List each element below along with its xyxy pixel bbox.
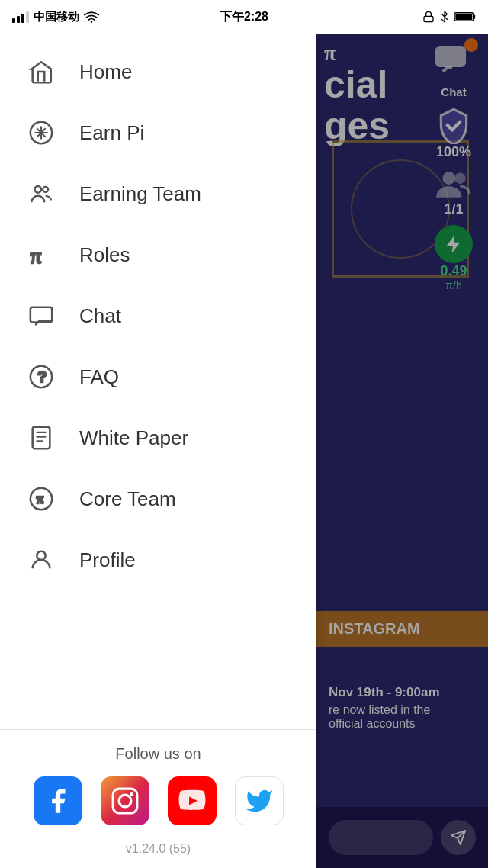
svg-rect-5 [424,16,433,21]
menu-label-earn-pi: Earn Pi [79,121,144,145]
menu-label-roles: Roles [79,243,130,267]
svg-point-11 [43,187,48,192]
twitter-icon [245,786,274,815]
svg-point-21 [119,795,131,807]
menu-item-home[interactable]: Home [0,41,316,102]
menu-item-white-paper[interactable]: White Paper [0,407,316,468]
status-left: 中国移动 [12,10,99,24]
svg-point-19 [37,551,45,560]
wifi-icon [84,11,99,23]
svg-point-22 [130,792,133,796]
svg-text:π: π [37,491,44,506]
bluetooth-icon [439,11,450,23]
svg-rect-1 [17,16,20,23]
carrier-label: 中国移动 [34,10,79,24]
menu-item-roles[interactable]: π Roles [0,224,316,285]
lock-icon [422,11,435,23]
svg-rect-16 [33,427,50,448]
menu-label-faq: FAQ [79,365,119,389]
menu-item-profile[interactable]: Profile [0,529,316,590]
roles-icon: π [24,238,58,272]
menu-label-earning-team: Earning Team [79,182,201,206]
earn-pi-icon [24,116,58,149]
social-icons-row [24,776,292,825]
menu-label-chat: Chat [79,304,121,328]
twitter-button[interactable] [235,776,284,825]
follow-section: Follow us on [0,729,316,833]
menu-label-core-team: Core Team [79,487,176,511]
earning-team-icon [24,177,58,211]
svg-text:?: ? [37,368,47,385]
follow-label: Follow us on [24,745,292,763]
status-right [422,11,476,23]
menu-label-profile: Profile [79,548,136,572]
status-time: 下午2:28 [220,9,268,25]
status-bar: 中国移动 下午2:28 [0,0,488,34]
svg-rect-13 [30,307,52,323]
faq-icon: ? [24,360,58,394]
svg-rect-2 [21,14,24,23]
youtube-icon [178,786,207,815]
signal-icon [12,11,29,23]
menu-label-white-paper: White Paper [79,426,188,450]
svg-text:π: π [30,244,41,268]
svg-rect-0 [12,18,15,23]
menu-item-earn-pi[interactable]: Earn Pi [0,102,316,163]
svg-rect-8 [455,14,472,20]
battery-icon [454,11,476,22]
svg-rect-20 [113,789,137,813]
drawer-overlay[interactable] [316,34,488,868]
svg-point-4 [91,21,93,23]
svg-point-10 [35,186,42,193]
facebook-button[interactable] [34,776,82,825]
svg-rect-7 [474,14,476,18]
menu-item-faq[interactable]: ? FAQ [0,346,316,407]
chat-menu-icon [24,299,58,333]
menu-item-chat[interactable]: Chat [0,285,316,346]
menu-label-home: Home [79,60,132,84]
version-text: v1.24.0 (55) [0,833,316,868]
core-team-icon: π [24,482,58,516]
white-paper-icon [24,421,58,455]
facebook-icon [43,786,72,815]
home-icon [24,55,58,88]
profile-icon [24,543,58,577]
instagram-button[interactable] [101,776,149,825]
instagram-icon [111,786,140,815]
drawer-menu: Home Earn Pi Earning Team π [0,34,316,868]
menu-item-earning-team[interactable]: Earning Team [0,163,316,224]
menu-item-core-team[interactable]: π Core Team [0,468,316,529]
menu-list: Home Earn Pi Earning Team π [0,34,316,729]
youtube-button[interactable] [168,776,217,825]
main-container: Home Earn Pi Earning Team π [0,34,488,868]
svg-rect-3 [26,11,29,23]
